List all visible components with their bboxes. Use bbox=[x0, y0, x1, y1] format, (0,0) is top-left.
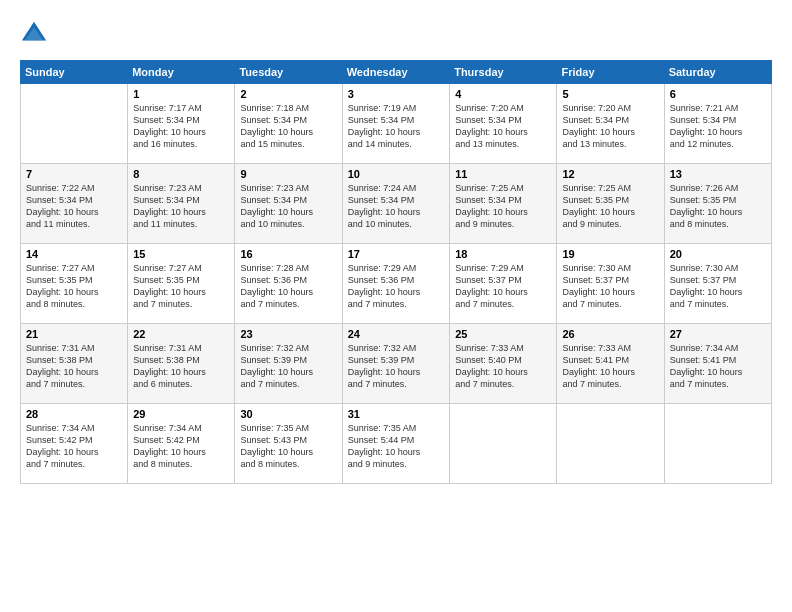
calendar-header-friday: Friday bbox=[557, 61, 664, 84]
day-number: 14 bbox=[26, 248, 122, 260]
day-info: Sunrise: 7:34 AM Sunset: 5:42 PM Dayligh… bbox=[133, 422, 229, 471]
day-number: 21 bbox=[26, 328, 122, 340]
calendar-header-tuesday: Tuesday bbox=[235, 61, 342, 84]
calendar-header-wednesday: Wednesday bbox=[342, 61, 449, 84]
day-info: Sunrise: 7:34 AM Sunset: 5:41 PM Dayligh… bbox=[670, 342, 766, 391]
page: SundayMondayTuesdayWednesdayThursdayFrid… bbox=[0, 0, 792, 612]
calendar-cell: 8Sunrise: 7:23 AM Sunset: 5:34 PM Daylig… bbox=[128, 164, 235, 244]
calendar-week-4: 21Sunrise: 7:31 AM Sunset: 5:38 PM Dayli… bbox=[21, 324, 772, 404]
day-number: 19 bbox=[562, 248, 658, 260]
day-info: Sunrise: 7:22 AM Sunset: 5:34 PM Dayligh… bbox=[26, 182, 122, 231]
day-info: Sunrise: 7:32 AM Sunset: 5:39 PM Dayligh… bbox=[240, 342, 336, 391]
day-number: 7 bbox=[26, 168, 122, 180]
day-number: 23 bbox=[240, 328, 336, 340]
day-number: 18 bbox=[455, 248, 551, 260]
day-info: Sunrise: 7:26 AM Sunset: 5:35 PM Dayligh… bbox=[670, 182, 766, 231]
calendar-cell: 24Sunrise: 7:32 AM Sunset: 5:39 PM Dayli… bbox=[342, 324, 449, 404]
calendar-cell: 16Sunrise: 7:28 AM Sunset: 5:36 PM Dayli… bbox=[235, 244, 342, 324]
calendar-cell bbox=[664, 404, 771, 484]
day-number: 6 bbox=[670, 88, 766, 100]
calendar-cell: 10Sunrise: 7:24 AM Sunset: 5:34 PM Dayli… bbox=[342, 164, 449, 244]
day-number: 24 bbox=[348, 328, 444, 340]
day-number: 15 bbox=[133, 248, 229, 260]
day-number: 27 bbox=[670, 328, 766, 340]
calendar-cell: 4Sunrise: 7:20 AM Sunset: 5:34 PM Daylig… bbox=[450, 84, 557, 164]
calendar-cell: 3Sunrise: 7:19 AM Sunset: 5:34 PM Daylig… bbox=[342, 84, 449, 164]
day-number: 16 bbox=[240, 248, 336, 260]
logo-icon bbox=[20, 20, 48, 48]
day-number: 10 bbox=[348, 168, 444, 180]
day-info: Sunrise: 7:33 AM Sunset: 5:41 PM Dayligh… bbox=[562, 342, 658, 391]
calendar-cell bbox=[450, 404, 557, 484]
day-number: 20 bbox=[670, 248, 766, 260]
calendar-cell: 26Sunrise: 7:33 AM Sunset: 5:41 PM Dayli… bbox=[557, 324, 664, 404]
calendar-cell: 18Sunrise: 7:29 AM Sunset: 5:37 PM Dayli… bbox=[450, 244, 557, 324]
calendar-cell: 6Sunrise: 7:21 AM Sunset: 5:34 PM Daylig… bbox=[664, 84, 771, 164]
day-info: Sunrise: 7:25 AM Sunset: 5:35 PM Dayligh… bbox=[562, 182, 658, 231]
calendar-cell: 15Sunrise: 7:27 AM Sunset: 5:35 PM Dayli… bbox=[128, 244, 235, 324]
day-info: Sunrise: 7:23 AM Sunset: 5:34 PM Dayligh… bbox=[240, 182, 336, 231]
day-number: 8 bbox=[133, 168, 229, 180]
calendar-cell bbox=[557, 404, 664, 484]
day-number: 28 bbox=[26, 408, 122, 420]
calendar-week-1: 1Sunrise: 7:17 AM Sunset: 5:34 PM Daylig… bbox=[21, 84, 772, 164]
day-number: 9 bbox=[240, 168, 336, 180]
calendar-week-5: 28Sunrise: 7:34 AM Sunset: 5:42 PM Dayli… bbox=[21, 404, 772, 484]
calendar-cell: 12Sunrise: 7:25 AM Sunset: 5:35 PM Dayli… bbox=[557, 164, 664, 244]
day-info: Sunrise: 7:30 AM Sunset: 5:37 PM Dayligh… bbox=[670, 262, 766, 311]
day-info: Sunrise: 7:23 AM Sunset: 5:34 PM Dayligh… bbox=[133, 182, 229, 231]
day-number: 13 bbox=[670, 168, 766, 180]
calendar-header-sunday: Sunday bbox=[21, 61, 128, 84]
day-info: Sunrise: 7:17 AM Sunset: 5:34 PM Dayligh… bbox=[133, 102, 229, 151]
day-info: Sunrise: 7:35 AM Sunset: 5:43 PM Dayligh… bbox=[240, 422, 336, 471]
calendar-header-saturday: Saturday bbox=[664, 61, 771, 84]
day-info: Sunrise: 7:19 AM Sunset: 5:34 PM Dayligh… bbox=[348, 102, 444, 151]
day-number: 25 bbox=[455, 328, 551, 340]
day-info: Sunrise: 7:33 AM Sunset: 5:40 PM Dayligh… bbox=[455, 342, 551, 391]
calendar-week-3: 14Sunrise: 7:27 AM Sunset: 5:35 PM Dayli… bbox=[21, 244, 772, 324]
day-number: 22 bbox=[133, 328, 229, 340]
day-number: 11 bbox=[455, 168, 551, 180]
calendar-cell: 20Sunrise: 7:30 AM Sunset: 5:37 PM Dayli… bbox=[664, 244, 771, 324]
day-info: Sunrise: 7:25 AM Sunset: 5:34 PM Dayligh… bbox=[455, 182, 551, 231]
day-info: Sunrise: 7:27 AM Sunset: 5:35 PM Dayligh… bbox=[26, 262, 122, 311]
calendar-cell: 14Sunrise: 7:27 AM Sunset: 5:35 PM Dayli… bbox=[21, 244, 128, 324]
day-info: Sunrise: 7:18 AM Sunset: 5:34 PM Dayligh… bbox=[240, 102, 336, 151]
calendar-header-thursday: Thursday bbox=[450, 61, 557, 84]
calendar-cell: 5Sunrise: 7:20 AM Sunset: 5:34 PM Daylig… bbox=[557, 84, 664, 164]
day-info: Sunrise: 7:27 AM Sunset: 5:35 PM Dayligh… bbox=[133, 262, 229, 311]
calendar-cell: 2Sunrise: 7:18 AM Sunset: 5:34 PM Daylig… bbox=[235, 84, 342, 164]
header bbox=[20, 20, 772, 48]
day-info: Sunrise: 7:31 AM Sunset: 5:38 PM Dayligh… bbox=[26, 342, 122, 391]
calendar-cell: 23Sunrise: 7:32 AM Sunset: 5:39 PM Dayli… bbox=[235, 324, 342, 404]
day-info: Sunrise: 7:34 AM Sunset: 5:42 PM Dayligh… bbox=[26, 422, 122, 471]
day-info: Sunrise: 7:29 AM Sunset: 5:37 PM Dayligh… bbox=[455, 262, 551, 311]
calendar-cell: 11Sunrise: 7:25 AM Sunset: 5:34 PM Dayli… bbox=[450, 164, 557, 244]
day-number: 26 bbox=[562, 328, 658, 340]
day-number: 12 bbox=[562, 168, 658, 180]
day-number: 3 bbox=[348, 88, 444, 100]
day-number: 29 bbox=[133, 408, 229, 420]
day-number: 30 bbox=[240, 408, 336, 420]
day-info: Sunrise: 7:30 AM Sunset: 5:37 PM Dayligh… bbox=[562, 262, 658, 311]
calendar-cell: 9Sunrise: 7:23 AM Sunset: 5:34 PM Daylig… bbox=[235, 164, 342, 244]
day-info: Sunrise: 7:20 AM Sunset: 5:34 PM Dayligh… bbox=[455, 102, 551, 151]
calendar-cell: 29Sunrise: 7:34 AM Sunset: 5:42 PM Dayli… bbox=[128, 404, 235, 484]
day-number: 1 bbox=[133, 88, 229, 100]
calendar-cell: 22Sunrise: 7:31 AM Sunset: 5:38 PM Dayli… bbox=[128, 324, 235, 404]
calendar-cell: 19Sunrise: 7:30 AM Sunset: 5:37 PM Dayli… bbox=[557, 244, 664, 324]
calendar-week-2: 7Sunrise: 7:22 AM Sunset: 5:34 PM Daylig… bbox=[21, 164, 772, 244]
calendar-cell: 13Sunrise: 7:26 AM Sunset: 5:35 PM Dayli… bbox=[664, 164, 771, 244]
day-info: Sunrise: 7:28 AM Sunset: 5:36 PM Dayligh… bbox=[240, 262, 336, 311]
calendar-cell: 27Sunrise: 7:34 AM Sunset: 5:41 PM Dayli… bbox=[664, 324, 771, 404]
day-info: Sunrise: 7:21 AM Sunset: 5:34 PM Dayligh… bbox=[670, 102, 766, 151]
calendar-cell bbox=[21, 84, 128, 164]
calendar-cell: 31Sunrise: 7:35 AM Sunset: 5:44 PM Dayli… bbox=[342, 404, 449, 484]
calendar-cell: 17Sunrise: 7:29 AM Sunset: 5:36 PM Dayli… bbox=[342, 244, 449, 324]
calendar-cell: 28Sunrise: 7:34 AM Sunset: 5:42 PM Dayli… bbox=[21, 404, 128, 484]
day-number: 31 bbox=[348, 408, 444, 420]
calendar-cell: 1Sunrise: 7:17 AM Sunset: 5:34 PM Daylig… bbox=[128, 84, 235, 164]
calendar-cell: 25Sunrise: 7:33 AM Sunset: 5:40 PM Dayli… bbox=[450, 324, 557, 404]
day-number: 17 bbox=[348, 248, 444, 260]
calendar-header-monday: Monday bbox=[128, 61, 235, 84]
